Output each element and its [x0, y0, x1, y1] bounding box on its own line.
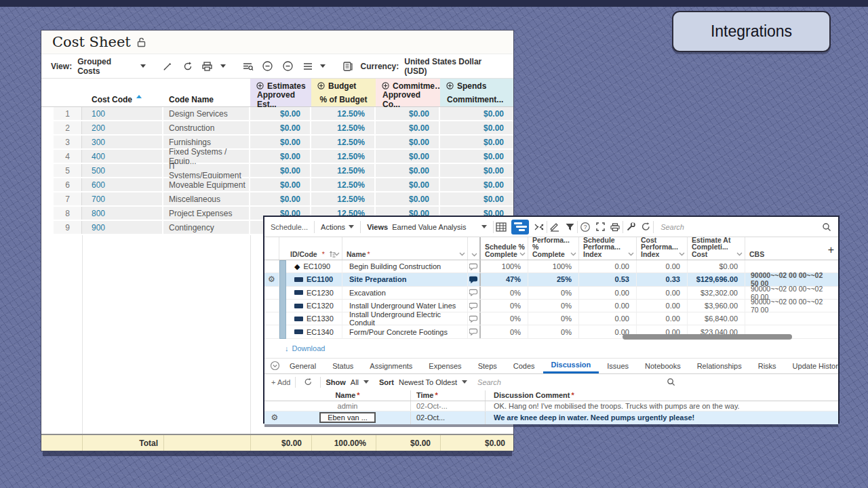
collapse-all-icon[interactable]	[260, 59, 275, 74]
activity-name-cell[interactable]: Begin Building Construction	[342, 260, 468, 272]
value-cell[interactable]: $0.00	[250, 150, 311, 163]
discussion-row[interactable]: admin02-Oct-...OK. Hang on! I've mobilis…	[264, 401, 838, 411]
schedule-button[interactable]: Schedule...	[264, 217, 314, 237]
discussion-time-header[interactable]: Time*	[410, 390, 485, 401]
value-cell[interactable]: $0.00	[250, 107, 311, 120]
comment-author-cell[interactable]: Eben van ...	[319, 412, 376, 423]
cost-sheet-row[interactable]: 4400Fixed Systems / Equip...$0.0012.50%$…	[41, 150, 513, 164]
value-cell[interactable]: $0.00	[376, 178, 440, 191]
value-cell[interactable]: $0.00	[250, 164, 311, 177]
activity-name-cell[interactable]: Site Preparation	[342, 273, 468, 285]
value-cell[interactable]: $0.00	[250, 121, 311, 134]
code-name-cell[interactable]: Construction	[163, 121, 250, 134]
tab-discussion[interactable]: Discussion	[543, 359, 599, 373]
value-cell[interactable]: $0.00	[440, 192, 513, 205]
eac-cell[interactable]: $3,960.00	[688, 300, 745, 312]
download-link[interactable]: Download	[292, 344, 326, 352]
cost-sheet-row[interactable]: 6600Moveable Equipment$0.0012.50%$0.00$0…	[41, 178, 513, 192]
column-group-budget[interactable]: Budget	[311, 79, 376, 93]
schedule-pct-cell[interactable]: 0%	[481, 287, 528, 299]
show-dropdown[interactable]: All	[351, 378, 359, 386]
code-name-cell[interactable]: IT Systems/Equipment	[163, 164, 250, 177]
cpi-cell[interactable]: 0.00	[637, 260, 688, 272]
tab-relationships[interactable]: Relationships	[689, 359, 750, 373]
cost-sheet-row[interactable]: 5500IT Systems/Equipment$0.0012.50%$0.00…	[41, 164, 513, 178]
code-name-cell[interactable]: Project Expenses	[163, 207, 250, 220]
metric-column-header[interactable]: Schedule Performa... Index	[579, 237, 637, 260]
integrations-chip[interactable]: Integrations	[672, 11, 831, 52]
performance-pct-cell[interactable]: 100%	[528, 260, 579, 272]
gantt-view-button[interactable]	[509, 217, 532, 237]
cost-code-cell[interactable]: 400	[82, 150, 163, 163]
find-in-list-icon[interactable]	[241, 59, 255, 74]
value-cell[interactable]: $0.00	[376, 164, 440, 177]
activity-name-cell[interactable]: Excavation	[342, 287, 468, 299]
actions-dropdown[interactable]: Actions	[315, 217, 360, 237]
cost-sheet-row[interactable]: 3300Furnishings$0.0012.50%$0.00$0.00	[41, 136, 513, 150]
cost-code-column-header[interactable]: Cost Code	[82, 93, 163, 106]
refresh-icon[interactable]	[300, 375, 315, 390]
discussion-name-header[interactable]: Name*	[285, 391, 410, 399]
gear-icon[interactable]: ⚙	[271, 413, 279, 422]
activity-row[interactable]: EC1330Install Underground Electric Condu…	[264, 312, 838, 325]
refresh-icon[interactable]	[638, 220, 653, 235]
value-cell[interactable]: 12.50%	[311, 121, 376, 134]
value-cell[interactable]: $0.00	[440, 121, 513, 134]
eac-cell[interactable]: $32,302.00	[688, 287, 745, 299]
show-dropdown-caret[interactable]	[363, 380, 369, 384]
cpi-cell[interactable]: 0.00	[637, 287, 688, 299]
print-icon[interactable]	[608, 220, 623, 235]
code-name-cell[interactable]: Miscellaneous	[163, 192, 250, 205]
refresh-icon[interactable]	[180, 59, 195, 74]
view-dropdown-caret[interactable]	[140, 64, 146, 68]
help-icon[interactable]: ?	[578, 220, 593, 235]
schedule-pct-cell[interactable]: 0%	[481, 312, 528, 325]
spi-cell[interactable]: 0.00	[579, 287, 637, 299]
value-cell[interactable]: 12.50%	[311, 136, 376, 148]
subcolumn-header[interactable]: % of Budget	[311, 93, 376, 106]
schedule-pct-cell[interactable]: 100%	[481, 260, 528, 272]
sort-dropdown[interactable]: Newest To Oldest	[399, 378, 457, 386]
eac-cell[interactable]: $129,696.00	[688, 273, 745, 285]
performance-pct-cell[interactable]: 0%	[528, 312, 579, 325]
activity-id-cell[interactable]: EC1340	[286, 325, 342, 338]
cpi-cell[interactable]: 0.00	[637, 312, 688, 325]
performance-pct-cell[interactable]: 0%	[528, 325, 579, 338]
tab-assignments[interactable]: Assignments	[361, 359, 420, 373]
value-cell[interactable]: $0.00	[250, 178, 311, 191]
views-dropdown[interactable]: Views Earned Value Analysis	[361, 217, 493, 237]
value-cell[interactable]: $0.00	[440, 150, 513, 163]
print-icon[interactable]	[200, 59, 214, 74]
performance-pct-cell[interactable]: 0%	[528, 300, 579, 312]
grid-view-icon[interactable]	[494, 220, 509, 235]
value-cell[interactable]: 12.50%	[311, 107, 376, 120]
comment-text-cell[interactable]: OK. Hang on! I've mobilised the troops. …	[485, 401, 838, 411]
schedule-search-field[interactable]: Search	[654, 222, 838, 232]
print-dropdown-caret[interactable]	[220, 64, 226, 68]
code-name-cell[interactable]: Design Services	[163, 107, 250, 120]
eac-cell[interactable]: $6,840.00	[688, 312, 745, 325]
metric-column-header[interactable]: CBS	[745, 237, 831, 260]
gear-icon[interactable]: ⚙	[268, 275, 275, 283]
id-code-column-header[interactable]: ID/Code*	[286, 237, 342, 260]
eac-cell[interactable]: $0.00	[688, 260, 745, 272]
cost-sheet-row[interactable]: 2200Construction$0.0012.50%$0.00$0.00	[41, 121, 513, 136]
value-cell[interactable]: 12.50%	[311, 164, 376, 177]
tab-steps[interactable]: Steps	[470, 359, 505, 373]
collapse-level-icon[interactable]	[280, 59, 294, 74]
cost-code-cell[interactable]: 100	[82, 107, 163, 120]
tab-status[interactable]: Status	[324, 359, 361, 373]
fullscreen-icon[interactable]	[593, 220, 608, 235]
value-cell[interactable]: $0.00	[376, 192, 440, 205]
spi-cell[interactable]: 0.00	[579, 260, 637, 272]
activity-id-cell[interactable]: EC1330	[286, 312, 342, 325]
cpi-cell[interactable]: 0.33	[637, 273, 688, 285]
cost-code-cell[interactable]: 300	[82, 136, 163, 148]
value-cell[interactable]: $0.00	[440, 178, 513, 191]
cbs-cell[interactable]	[745, 312, 831, 325]
name-column-header[interactable]: Name*	[342, 237, 468, 260]
value-cell[interactable]: $0.00	[376, 121, 440, 134]
tab-risks[interactable]: Risks	[750, 359, 785, 373]
value-cell[interactable]: $0.00	[250, 192, 311, 205]
performance-pct-cell[interactable]: 0%	[528, 287, 579, 299]
